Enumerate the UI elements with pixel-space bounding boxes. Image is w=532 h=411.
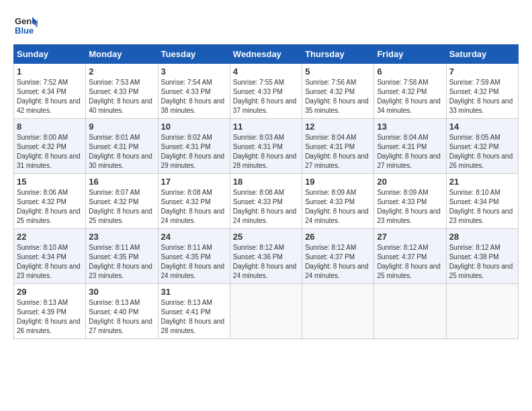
- week-row-1: 1 Sunrise: 7:52 AM Sunset: 4:34 PM Dayli…: [14, 64, 519, 119]
- day-info: Sunrise: 8:11 AM Sunset: 4:35 PM Dayligh…: [161, 243, 227, 281]
- weekday-header-saturday: Saturday: [446, 45, 518, 64]
- day-number: 6: [377, 66, 443, 77]
- day-cell: 26 Sunrise: 8:12 AM Sunset: 4:37 PM Dayl…: [302, 229, 374, 284]
- day-number: 3: [161, 66, 227, 77]
- day-info: Sunrise: 7:56 AM Sunset: 4:32 PM Dayligh…: [305, 78, 371, 116]
- day-cell: [302, 284, 374, 339]
- day-number: 26: [305, 232, 371, 242]
- day-info: Sunrise: 7:55 AM Sunset: 4:33 PM Dayligh…: [233, 78, 299, 116]
- day-number: 5: [305, 66, 371, 77]
- logo-icon: General Blue: [13, 13, 38, 38]
- day-cell: 9 Sunrise: 8:01 AM Sunset: 4:31 PM Dayli…: [86, 119, 158, 174]
- day-cell: 28 Sunrise: 8:12 AM Sunset: 4:38 PM Dayl…: [446, 229, 518, 284]
- day-info: Sunrise: 8:09 AM Sunset: 4:33 PM Dayligh…: [305, 188, 371, 226]
- day-number: 1: [17, 66, 83, 77]
- week-row-3: 15 Sunrise: 8:06 AM Sunset: 4:32 PM Dayl…: [14, 174, 519, 229]
- weekday-header-tuesday: Tuesday: [158, 45, 230, 64]
- day-number: 16: [89, 177, 154, 187]
- day-info: Sunrise: 8:04 AM Sunset: 4:31 PM Dayligh…: [377, 133, 443, 171]
- day-cell: 21 Sunrise: 8:10 AM Sunset: 4:34 PM Dayl…: [446, 174, 518, 229]
- day-cell: 6 Sunrise: 7:58 AM Sunset: 4:32 PM Dayli…: [374, 64, 446, 119]
- day-number: 31: [161, 287, 227, 297]
- day-cell: 22 Sunrise: 8:10 AM Sunset: 4:34 PM Dayl…: [14, 229, 86, 284]
- day-cell: [446, 284, 518, 339]
- day-info: Sunrise: 8:02 AM Sunset: 4:31 PM Dayligh…: [161, 133, 227, 171]
- day-cell: 16 Sunrise: 8:07 AM Sunset: 4:32 PM Dayl…: [86, 174, 158, 229]
- day-cell: 13 Sunrise: 8:04 AM Sunset: 4:31 PM Dayl…: [374, 119, 446, 174]
- day-info: Sunrise: 7:52 AM Sunset: 4:34 PM Dayligh…: [17, 78, 83, 116]
- day-info: Sunrise: 8:01 AM Sunset: 4:31 PM Dayligh…: [89, 133, 154, 171]
- day-number: 19: [305, 177, 371, 187]
- day-info: Sunrise: 8:10 AM Sunset: 4:34 PM Dayligh…: [17, 243, 83, 281]
- day-number: 29: [17, 287, 83, 297]
- calendar: SundayMondayTuesdayWednesdayThursdayFrid…: [13, 44, 519, 339]
- day-cell: 7 Sunrise: 7:59 AM Sunset: 4:32 PM Dayli…: [446, 64, 518, 119]
- day-info: Sunrise: 8:12 AM Sunset: 4:36 PM Dayligh…: [233, 243, 299, 281]
- day-cell: 11 Sunrise: 8:03 AM Sunset: 4:31 PM Dayl…: [230, 119, 302, 174]
- day-info: Sunrise: 7:54 AM Sunset: 4:33 PM Dayligh…: [161, 78, 227, 116]
- logo: General Blue: [13, 13, 38, 38]
- day-info: Sunrise: 8:10 AM Sunset: 4:34 PM Dayligh…: [449, 188, 515, 226]
- svg-text:Blue: Blue: [15, 26, 34, 36]
- day-number: 11: [233, 122, 299, 132]
- day-number: 21: [449, 177, 515, 187]
- day-info: Sunrise: 8:13 AM Sunset: 4:41 PM Dayligh…: [161, 298, 227, 336]
- weekday-header-friday: Friday: [374, 45, 446, 64]
- week-row-4: 22 Sunrise: 8:10 AM Sunset: 4:34 PM Dayl…: [14, 229, 519, 284]
- day-info: Sunrise: 7:53 AM Sunset: 4:33 PM Dayligh…: [89, 78, 154, 116]
- day-info: Sunrise: 8:06 AM Sunset: 4:32 PM Dayligh…: [17, 188, 83, 226]
- day-cell: [374, 284, 446, 339]
- day-cell: 12 Sunrise: 8:04 AM Sunset: 4:31 PM Dayl…: [302, 119, 374, 174]
- day-number: 12: [305, 122, 371, 132]
- day-number: 24: [161, 232, 227, 242]
- day-number: 18: [233, 177, 299, 187]
- day-number: 15: [17, 177, 83, 187]
- day-number: 14: [449, 122, 515, 132]
- day-cell: [230, 284, 302, 339]
- day-number: 2: [89, 66, 154, 77]
- day-cell: 15 Sunrise: 8:06 AM Sunset: 4:32 PM Dayl…: [14, 174, 86, 229]
- weekday-header-wednesday: Wednesday: [230, 45, 302, 64]
- day-number: 9: [89, 122, 154, 132]
- day-info: Sunrise: 8:04 AM Sunset: 4:31 PM Dayligh…: [305, 133, 371, 171]
- day-number: 4: [233, 66, 299, 77]
- day-info: Sunrise: 8:12 AM Sunset: 4:37 PM Dayligh…: [305, 243, 371, 281]
- day-info: Sunrise: 8:03 AM Sunset: 4:31 PM Dayligh…: [233, 133, 299, 171]
- day-number: 10: [161, 122, 227, 132]
- day-info: Sunrise: 8:08 AM Sunset: 4:32 PM Dayligh…: [161, 188, 227, 226]
- week-row-5: 29 Sunrise: 8:13 AM Sunset: 4:39 PM Dayl…: [14, 284, 519, 339]
- day-cell: 31 Sunrise: 8:13 AM Sunset: 4:41 PM Dayl…: [158, 284, 230, 339]
- day-number: 25: [233, 232, 299, 242]
- week-row-2: 8 Sunrise: 8:00 AM Sunset: 4:32 PM Dayli…: [14, 119, 519, 174]
- day-cell: 20 Sunrise: 8:09 AM Sunset: 4:33 PM Dayl…: [374, 174, 446, 229]
- day-info: Sunrise: 8:08 AM Sunset: 4:33 PM Dayligh…: [233, 188, 299, 226]
- day-info: Sunrise: 8:12 AM Sunset: 4:37 PM Dayligh…: [377, 243, 443, 281]
- day-info: Sunrise: 7:58 AM Sunset: 4:32 PM Dayligh…: [377, 78, 443, 116]
- day-info: Sunrise: 8:13 AM Sunset: 4:39 PM Dayligh…: [17, 298, 83, 336]
- day-number: 22: [17, 232, 83, 242]
- day-cell: 25 Sunrise: 8:12 AM Sunset: 4:36 PM Dayl…: [230, 229, 302, 284]
- day-cell: 1 Sunrise: 7:52 AM Sunset: 4:34 PM Dayli…: [14, 64, 86, 119]
- day-cell: 10 Sunrise: 8:02 AM Sunset: 4:31 PM Dayl…: [158, 119, 230, 174]
- day-info: Sunrise: 8:00 AM Sunset: 4:32 PM Dayligh…: [17, 133, 83, 171]
- day-cell: 5 Sunrise: 7:56 AM Sunset: 4:32 PM Dayli…: [302, 64, 374, 119]
- day-cell: 23 Sunrise: 8:11 AM Sunset: 4:35 PM Dayl…: [86, 229, 158, 284]
- day-cell: 17 Sunrise: 8:08 AM Sunset: 4:32 PM Dayl…: [158, 174, 230, 229]
- day-cell: 14 Sunrise: 8:05 AM Sunset: 4:32 PM Dayl…: [446, 119, 518, 174]
- day-cell: 29 Sunrise: 8:13 AM Sunset: 4:39 PM Dayl…: [14, 284, 86, 339]
- day-cell: 8 Sunrise: 8:00 AM Sunset: 4:32 PM Dayli…: [14, 119, 86, 174]
- day-info: Sunrise: 8:12 AM Sunset: 4:38 PM Dayligh…: [449, 243, 515, 281]
- day-cell: 19 Sunrise: 8:09 AM Sunset: 4:33 PM Dayl…: [302, 174, 374, 229]
- weekday-header-sunday: Sunday: [14, 45, 86, 64]
- day-number: 27: [377, 232, 443, 242]
- day-number: 17: [161, 177, 227, 187]
- day-info: Sunrise: 8:09 AM Sunset: 4:33 PM Dayligh…: [377, 188, 443, 226]
- day-info: Sunrise: 8:07 AM Sunset: 4:32 PM Dayligh…: [89, 188, 154, 226]
- day-number: 7: [449, 66, 515, 77]
- day-number: 30: [89, 287, 154, 297]
- weekday-header-row: SundayMondayTuesdayWednesdayThursdayFrid…: [14, 45, 519, 64]
- day-info: Sunrise: 8:13 AM Sunset: 4:40 PM Dayligh…: [89, 298, 154, 336]
- day-info: Sunrise: 8:11 AM Sunset: 4:35 PM Dayligh…: [89, 243, 154, 281]
- day-number: 13: [377, 122, 443, 132]
- day-info: Sunrise: 8:05 AM Sunset: 4:32 PM Dayligh…: [449, 133, 515, 171]
